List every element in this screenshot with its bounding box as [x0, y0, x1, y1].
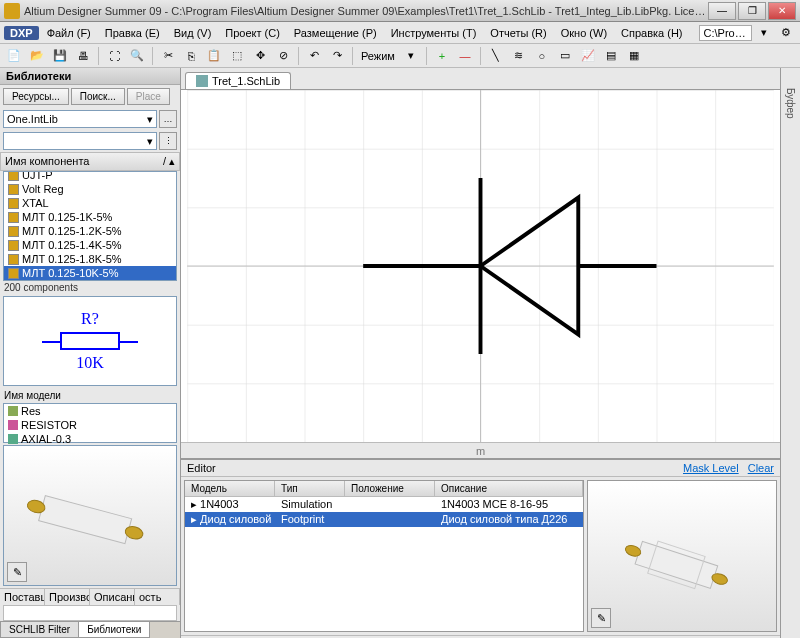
col-desc[interactable]: Описание [435, 481, 583, 496]
plot-icon[interactable]: 📈 [578, 46, 598, 66]
grid-icon[interactable]: ▦ [624, 46, 644, 66]
menu-window[interactable]: Окно (W) [555, 25, 613, 41]
preview-tool-button[interactable]: ✎ [7, 562, 27, 582]
menu-edit[interactable]: Правка (E) [99, 25, 166, 41]
col-model[interactable]: Модель [185, 481, 275, 496]
path-dropdown-icon[interactable]: ▾ [754, 23, 774, 43]
bus-icon[interactable]: ≋ [509, 46, 529, 66]
col-type[interactable]: Тип [275, 481, 345, 496]
cell-type: Simulation [275, 497, 345, 512]
search-button[interactable]: Поиск... [71, 88, 125, 105]
add-icon[interactable]: + [432, 46, 452, 66]
component-item[interactable]: UJT-P [4, 171, 176, 182]
col-description[interactable]: Описание [90, 589, 135, 605]
paste-icon[interactable]: 📋 [204, 46, 224, 66]
component-item[interactable]: XTAL [4, 196, 176, 210]
col-manufacturer[interactable]: Производитель [45, 589, 90, 605]
library-options-button[interactable]: … [159, 110, 177, 128]
filter-combo[interactable]: ▾ [3, 132, 157, 150]
component-item[interactable]: МЛТ 0.125-1.4K-5% [4, 238, 176, 252]
component-item[interactable]: МЛТ 0.125-1.2K-5% [4, 224, 176, 238]
model-label: RESISTOR [21, 419, 77, 431]
document-tab[interactable]: Tret_1.SchLib [185, 72, 291, 89]
dxp-menu[interactable]: DXP [4, 26, 39, 40]
right-strip[interactable]: Буфер [780, 68, 800, 638]
component-label: МЛТ 0.125-1.8K-5% [22, 253, 122, 265]
undo-icon[interactable]: ↶ [304, 46, 324, 66]
copy-icon[interactable]: ⎘ [181, 46, 201, 66]
component-item[interactable]: МЛТ 0.125-10K-5% [4, 266, 176, 280]
maximize-button[interactable]: ❐ [738, 2, 766, 20]
col-position[interactable]: Положение [345, 481, 435, 496]
library-combo[interactable]: One.IntLib▾ [3, 110, 157, 128]
menu-project[interactable]: Проект (C) [219, 25, 286, 41]
menu-file[interactable]: Файл (F) [41, 25, 97, 41]
mode-dropdown-icon[interactable]: ▾ [401, 46, 421, 66]
menu-tools[interactable]: Инструменты (T) [385, 25, 483, 41]
sheet-icon[interactable]: ▤ [601, 46, 621, 66]
col-supplier[interactable]: Поставщик [0, 589, 45, 605]
deselect-icon[interactable]: ⊘ [273, 46, 293, 66]
component-tree[interactable]: Tube 7199Tube TriodeUJT-NUJT-PVolt RegXT… [3, 171, 177, 281]
model-item[interactable]: Res [4, 404, 176, 418]
buffer-tab-label[interactable]: Буфер [785, 88, 796, 119]
menu-place[interactable]: Размещение (P) [288, 25, 383, 41]
tab-libraries[interactable]: Библиотеки [78, 622, 150, 638]
component-list-header[interactable]: Имя компонента/ ▴ [0, 152, 180, 171]
filter-options-button[interactable]: ⋮ [159, 132, 177, 150]
component-label: МЛТ 0.125-1K-5% [22, 211, 112, 223]
close-button[interactable]: ✕ [768, 2, 796, 20]
select-icon[interactable]: ⬚ [227, 46, 247, 66]
open-icon[interactable]: 📂 [27, 46, 47, 66]
schlib-icon [196, 75, 208, 87]
zoom-region-icon[interactable]: 🔍 [127, 46, 147, 66]
cut-icon[interactable]: ✂ [158, 46, 178, 66]
component-item[interactable]: МЛТ 0.125-1.8K-5% [4, 252, 176, 266]
path-action-icon[interactable]: ⚙ [776, 23, 796, 43]
move-icon[interactable]: ✥ [250, 46, 270, 66]
supplier-list[interactable] [3, 605, 177, 621]
preview-designator: R? [81, 310, 99, 328]
model-icon [8, 434, 18, 444]
model-item[interactable]: RESISTOR [4, 418, 176, 432]
model-item[interactable]: AXIAL-0.3 [4, 432, 176, 446]
pin-icon[interactable]: ○ [532, 46, 552, 66]
model-list[interactable]: ResRESISTORAXIAL-0.3 [3, 403, 177, 443]
editor-table[interactable]: Модель Тип Положение Описание ▸ 1N4003Si… [184, 480, 584, 632]
redo-icon[interactable]: ↷ [327, 46, 347, 66]
path-field[interactable]: C:\Program Files\Altium Designer : [699, 25, 752, 41]
model-icon [8, 406, 18, 416]
symbol-preview: R? 10K [3, 296, 177, 386]
zoom-fit-icon[interactable]: ⛶ [104, 46, 124, 66]
libraries-panel: Библиотеки Ресурсы... Поиск... Place One… [0, 68, 181, 638]
menu-help[interactable]: Справка (H) [615, 25, 688, 41]
component-icon [8, 212, 19, 223]
document-tab-label: Tret_1.SchLib [212, 75, 280, 87]
menu-reports[interactable]: Отчеты (R) [484, 25, 552, 41]
print-icon[interactable]: 🖶 [73, 46, 93, 66]
horizontal-scrollbar[interactable]: m [181, 442, 780, 458]
tab-schlib-filter[interactable]: SCHLIB Filter [0, 622, 79, 638]
minimize-button[interactable]: — [708, 2, 736, 20]
title-bar: Altium Designer Summer 09 - C:\Program F… [0, 0, 800, 22]
remove-icon[interactable]: — [455, 46, 475, 66]
clear-link[interactable]: Clear [748, 462, 774, 474]
editor-row[interactable]: ▸ Диод силовойFootprintДиод силовой типа… [185, 512, 583, 527]
place-button[interactable]: Place [127, 88, 170, 105]
editor-preview-tool-button[interactable]: ✎ [591, 608, 611, 628]
editor-row[interactable]: ▸ 1N4003Simulation1N4003 MCE 8-16-95 [185, 497, 583, 512]
part-icon[interactable]: ▭ [555, 46, 575, 66]
new-icon[interactable]: 📄 [4, 46, 24, 66]
save-icon[interactable]: 💾 [50, 46, 70, 66]
resistor-symbol-icon [60, 332, 120, 350]
schematic-canvas[interactable] [181, 90, 780, 442]
col-extra[interactable]: ость [135, 589, 180, 605]
wire-icon[interactable]: ╲ [486, 46, 506, 66]
resources-button[interactable]: Ресурсы... [3, 88, 69, 105]
supplier-columns: Поставщик Производитель Описание ость [0, 588, 180, 605]
component-item[interactable]: МЛТ 0.125-1K-5% [4, 210, 176, 224]
model-label: AXIAL-0.3 [21, 433, 71, 445]
component-item[interactable]: Volt Reg [4, 182, 176, 196]
menu-view[interactable]: Вид (V) [168, 25, 218, 41]
mask-level-link[interactable]: Mask Level [683, 462, 739, 474]
